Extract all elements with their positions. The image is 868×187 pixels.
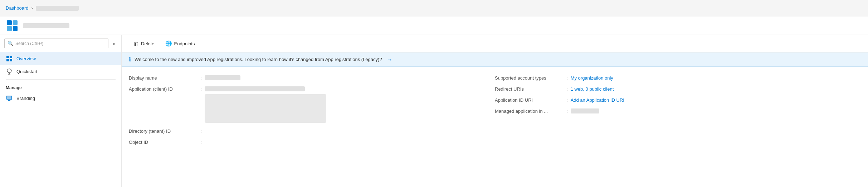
prop-managed-app-value xyxy=(571,108,599,113)
banner-arrow-link[interactable]: → xyxy=(387,56,392,62)
prop-app-id-uri-value[interactable]: Add an Application ID URI xyxy=(571,97,624,103)
app-header xyxy=(0,16,868,35)
delete-button[interactable]: 🗑 Delete xyxy=(129,38,159,49)
properties-right: Supported account types : My organizatio… xyxy=(495,72,861,181)
branding-icon xyxy=(6,95,13,101)
tile-4 xyxy=(13,26,18,31)
top-bar: Dashboard › xyxy=(0,0,868,16)
breadcrumb-dashboard[interactable]: Dashboard xyxy=(6,5,29,11)
tile-1 xyxy=(7,20,12,25)
prop-managed-app: Managed application in ... : xyxy=(495,106,861,117)
prop-app-id-uri: Application ID URI : Add an Application … xyxy=(495,95,861,106)
prop-app-client-id-value xyxy=(205,86,305,91)
delete-label: Delete xyxy=(141,41,155,46)
prop-redirect-uris-label: Redirect URIs xyxy=(495,86,566,92)
app-logo-icon xyxy=(6,19,19,32)
sidebar: 🔍 Search (Ctrl+/) « Overview xyxy=(0,35,122,187)
info-icon: ℹ xyxy=(129,56,131,63)
manage-section-label: Manage xyxy=(0,81,121,92)
nav-divider xyxy=(6,79,116,80)
svg-rect-1 xyxy=(10,56,12,58)
svg-point-4 xyxy=(7,69,11,72)
collapse-sidebar-button[interactable]: « xyxy=(111,39,117,48)
quickstart-icon xyxy=(6,69,13,74)
search-input-box[interactable]: 🔍 Search (Ctrl+/) xyxy=(4,39,108,48)
svg-rect-3 xyxy=(10,59,12,61)
prop-redirect-uris: Redirect URIs : 1 web, 0 public client xyxy=(495,84,861,95)
search-placeholder: Search (Ctrl+/) xyxy=(15,41,43,46)
sidebar-item-overview[interactable]: Overview xyxy=(0,52,121,65)
tile-2 xyxy=(13,20,18,25)
endpoints-icon: 🌐 xyxy=(165,40,172,47)
prop-redirect-uris-value[interactable]: 1 web, 0 public client xyxy=(571,86,614,92)
overview-icon xyxy=(6,56,13,61)
prop-object-id: Object ID : xyxy=(129,137,495,148)
prop-managed-app-label: Managed application in ... xyxy=(495,108,566,114)
prop-app-client-id: Application (client) ID : xyxy=(129,84,495,126)
main-layout: 🔍 Search (Ctrl+/) « Overview xyxy=(0,35,868,187)
svg-rect-0 xyxy=(6,56,9,58)
sidebar-search-row: 🔍 Search (Ctrl+/) « xyxy=(0,35,121,52)
svg-rect-9 xyxy=(8,100,10,101)
sidebar-item-quickstart-label: Quickstart xyxy=(16,69,38,74)
info-banner: ℹ Welcome to the new and improved App re… xyxy=(122,52,868,67)
sidebar-item-branding-label: Branding xyxy=(16,96,35,101)
sidebar-nav: Overview Quickstart Manage xyxy=(0,52,121,187)
properties-left: Display name : Application (client) ID :… xyxy=(129,72,495,181)
prop-directory-tenant-id: Directory (tenant) ID : xyxy=(129,126,495,137)
prop-app-id-uri-label: Application ID URI xyxy=(495,97,566,103)
endpoints-label: Endpoints xyxy=(174,41,195,46)
app-name-redacted xyxy=(23,23,69,28)
breadcrumb-current-redacted xyxy=(36,6,79,11)
main-content: 🗑 Delete 🌐 Endpoints ℹ Welcome to the ne… xyxy=(122,35,868,187)
prop-supported-account-types-label: Supported account types xyxy=(495,75,566,81)
banner-text: Welcome to the new and improved App regi… xyxy=(135,57,382,62)
svg-rect-2 xyxy=(6,59,9,61)
prop-app-client-id-label: Application (client) ID xyxy=(129,86,200,92)
prop-large-redacted-block xyxy=(205,94,326,123)
sidebar-item-overview-label: Overview xyxy=(16,56,36,61)
sidebar-item-branding[interactable]: Branding xyxy=(0,92,121,105)
prop-supported-account-types: Supported account types : My organizatio… xyxy=(495,72,861,84)
prop-directory-tenant-id-label: Directory (tenant) ID xyxy=(129,128,200,134)
delete-icon: 🗑 xyxy=(133,41,139,47)
tile-3 xyxy=(7,26,12,31)
properties-grid: Display name : Application (client) ID :… xyxy=(122,67,868,187)
sidebar-item-quickstart[interactable]: Quickstart xyxy=(0,65,121,78)
endpoints-button[interactable]: 🌐 Endpoints xyxy=(161,38,200,49)
prop-display-name-value xyxy=(205,75,240,80)
svg-rect-8 xyxy=(7,96,11,99)
prop-display-name-label: Display name xyxy=(129,75,200,81)
prop-display-name: Display name : xyxy=(129,72,495,84)
toolbar: 🗑 Delete 🌐 Endpoints xyxy=(122,35,868,52)
prop-supported-account-types-value[interactable]: My organization only xyxy=(571,75,613,81)
search-icon: 🔍 xyxy=(8,41,13,46)
prop-object-id-label: Object ID xyxy=(129,140,200,145)
breadcrumb-separator: › xyxy=(31,5,33,11)
